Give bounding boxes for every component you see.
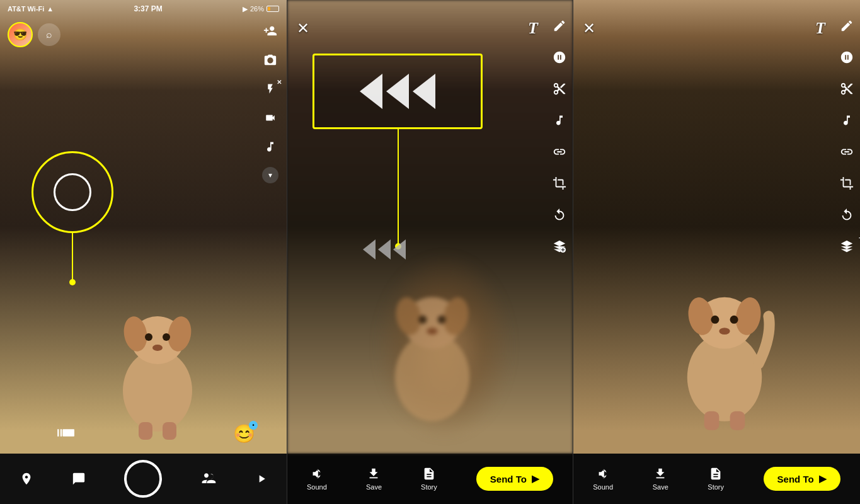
right-toolbar: ✕ ▾ [261,22,279,183]
rewind-small-arrow-3 [393,239,406,260]
link-button[interactable] [553,145,566,163]
emoji-sticker-button[interactable]: 😊 • [233,423,255,444]
dog-image-3 [662,255,788,432]
carrier-text: AT&T Wi-Fi [8,5,44,13]
nav-play[interactable] [255,472,268,486]
battery-percent: 26% [250,5,264,13]
text-tool-button-3[interactable]: T [815,19,825,38]
battery-indicator [267,6,279,12]
dog-image-2 [369,255,495,432]
svg-point-13 [418,316,427,324]
svg-rect-27 [730,411,745,430]
story-label-3: Story [708,483,724,491]
edit-top-bar-3: ✕ T [583,19,825,38]
nav-camera[interactable] [124,460,162,498]
close-button[interactable]: ✕ [297,20,309,37]
capture-button[interactable] [124,460,162,498]
svg-point-6 [152,345,163,351]
story-label: Story [421,483,437,491]
svg-point-14 [438,316,446,324]
pencil-button[interactable] [553,19,566,37]
nav-friends[interactable] [200,472,217,486]
music-tool-button[interactable] [553,113,566,131]
loop-button[interactable] [553,208,566,226]
sound-button[interactable]: Sound [307,467,327,491]
flash-x-icon: ✕ [277,79,282,86]
search-button[interactable]: ⌕ [38,23,60,46]
nav-location[interactable] [20,472,33,486]
focus-line [72,231,73,282]
dog-image-1 [101,277,214,441]
svg-rect-8 [163,422,176,440]
text-tool-button[interactable]: T [528,19,538,38]
scissors-button-3[interactable] [840,82,854,100]
scissors-button[interactable] [553,82,566,100]
layers-button-3[interactable]: + [840,239,854,257]
crop-button-3[interactable] [840,176,854,194]
search-icon: ⌕ [46,29,52,40]
time-display: 3:37 PM [134,4,162,13]
add-friend-button[interactable] [261,22,279,40]
nav-chat[interactable] [72,472,86,486]
send-arrow-icon-3: ▶ [819,473,827,484]
camera-panel: AT&T Wi-Fi ▲ 3:37 PM ▶ 26% 😎 ⌕ [0,0,287,504]
rewind-arrow-1 [360,74,382,109]
status-right: ▶ 26% [243,5,279,13]
pencil-button-3[interactable] [840,19,854,37]
rewind-small-arrow-2 [378,239,391,260]
sound-label: Sound [307,483,327,491]
battery-fill [268,7,270,11]
send-arrow-icon: ▶ [532,473,539,484]
status-left: AT&T Wi-Fi ▲ [8,5,54,13]
status-bar: AT&T Wi-Fi ▲ 3:37 PM ▶ 26% [0,0,287,18]
chevron-down-button[interactable]: ▾ [262,167,278,183]
rewind-small-arrows [363,239,406,260]
flash-container: ✕ [261,80,279,98]
send-to-button-3[interactable]: Send To ▶ [764,467,840,491]
send-to-label-3: Send To [777,474,814,484]
avatar-button[interactable]: 😎 [8,22,33,47]
link-button-3[interactable] [840,145,854,163]
sticker-connect-line [398,129,399,246]
close-button-3[interactable]: ✕ [583,20,595,37]
video-button[interactable] [261,109,279,127]
sticker-button-3[interactable] [840,50,854,68]
chevron-down-icon: ▾ [268,171,272,180]
rewind-sticker[interactable] [312,54,483,129]
edit-bottom-bar: Sound Save Story Send To ▶ [287,454,573,504]
sound-button-3[interactable]: Sound [593,467,613,491]
right-toolbar-edit-3: + [840,19,854,257]
save-button[interactable]: Save [366,467,382,491]
svg-point-24 [730,316,738,324]
flip-camera-button[interactable] [261,51,279,69]
rewind-small-arrow-1 [363,239,376,260]
svg-point-23 [711,316,719,324]
story-button[interactable]: Story [421,467,437,491]
flip-card-button[interactable] [57,424,74,444]
rewind-arrow-3 [413,74,435,109]
edit-bottom-bar-3: Sound Save Story Send To ▶ [573,454,860,504]
svg-point-25 [719,328,730,335]
save-button-3[interactable]: Save [653,467,668,491]
layers-button[interactable] [553,239,566,257]
music-tool-button-3[interactable] [840,113,853,131]
emoji-badge: • [249,421,258,430]
save-label-3: Save [653,483,668,491]
svg-point-15 [427,328,437,335]
bottom-navigation [0,454,287,504]
sticker-button[interactable] [553,50,566,68]
svg-rect-7 [139,422,152,440]
loop-button-3[interactable] [840,208,854,226]
music-button[interactable] [261,138,279,156]
gps-icon: ▶ [243,5,248,13]
svg-point-4 [145,333,152,341]
crop-button[interactable] [553,176,566,194]
send-to-label: Send To [490,474,527,484]
wifi-icon: ▲ [47,5,54,13]
rewind-arrows [360,74,435,109]
story-button-3[interactable]: Story [708,467,724,491]
svg-point-5 [163,333,170,341]
send-to-button[interactable]: Send To ▶ [476,467,553,491]
svg-rect-26 [704,411,720,430]
focus-dot [69,279,76,285]
